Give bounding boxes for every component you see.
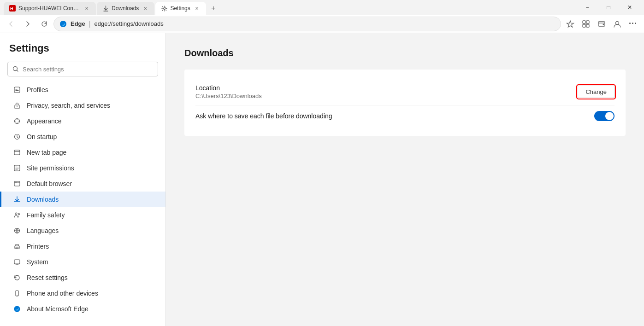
svg-rect-11 <box>14 87 20 93</box>
maximize-button[interactable]: □ <box>598 0 619 15</box>
sidebar-item-about-label: About Microsoft Edge <box>27 305 156 313</box>
tab-settings[interactable]: Settings ✕ <box>155 2 206 15</box>
new-tab-button[interactable]: + <box>207 2 220 15</box>
printers-icon <box>13 242 21 250</box>
main-layout: Settings Profiles Privacy, search, and s… <box>0 33 644 326</box>
appearance-icon <box>13 117 21 125</box>
svg-rect-16 <box>14 150 20 155</box>
toolbar-right: ··· <box>563 17 640 31</box>
sidebar-item-printers[interactable]: Printers <box>0 239 165 254</box>
svg-point-22 <box>18 214 20 215</box>
sidebar-item-phone[interactable]: Phone and other devices <box>0 285 165 301</box>
sidebar-item-profiles-label: Profiles <box>27 86 156 93</box>
tab-settings-title: Settings <box>170 5 190 12</box>
close-button[interactable]: ✕ <box>619 0 640 15</box>
sidebar-item-appearance-label: Appearance <box>27 117 156 125</box>
sidebar-item-system[interactable]: System <box>0 254 165 270</box>
sidebar-item-downloads-label: Downloads <box>27 196 156 203</box>
refresh-button[interactable] <box>37 17 52 31</box>
sidebar-item-phone-label: Phone and other devices <box>27 290 156 297</box>
huawei-tab-icon: H <box>9 5 16 12</box>
newtab-icon <box>13 148 21 157</box>
window-controls: − □ ✕ <box>577 0 640 15</box>
reset-icon <box>13 274 21 282</box>
sidebar-item-startup-label: On startup <box>27 133 156 140</box>
phone-icon <box>13 289 21 297</box>
ask-save-setting-row: Ask where to save each file before downl… <box>195 105 614 127</box>
system-icon <box>13 258 21 266</box>
family-icon <box>13 211 21 219</box>
edge-logo-icon <box>59 20 67 28</box>
svg-point-8 <box>603 23 604 25</box>
search-icon <box>12 66 19 72</box>
sidebar-item-privacy[interactable]: Privacy, search, and services <box>0 98 165 113</box>
sidebar: Settings Profiles Privacy, search, and s… <box>0 33 166 326</box>
menu-button[interactable]: ··· <box>626 17 640 31</box>
minimize-button[interactable]: − <box>577 0 598 15</box>
tab-huawei-title: Support-HUAWEI Consumer Of... <box>18 5 80 12</box>
location-label: Location <box>195 84 262 92</box>
address-bar[interactable]: Edge | edge://settings/downloads <box>53 17 561 31</box>
tab-downloads-title: Downloads <box>112 5 139 12</box>
svg-point-2 <box>163 7 165 9</box>
tab-downloads[interactable]: Downloads ✕ <box>97 2 154 15</box>
languages-icon <box>13 227 21 235</box>
svg-point-19 <box>15 182 16 183</box>
location-setting-left: Location C:\Users\123\Downloads <box>195 84 262 99</box>
search-input[interactable] <box>23 66 153 73</box>
svg-point-21 <box>15 213 17 215</box>
settings-card: Location C:\Users\123\Downloads Change A… <box>184 70 626 136</box>
tab-settings-close[interactable]: ✕ <box>193 5 201 12</box>
svg-rect-5 <box>583 24 585 27</box>
browser-icon <box>13 180 21 188</box>
sidebar-item-printers-label: Printers <box>27 243 156 250</box>
location-setting-row: Location C:\Users\123\Downloads Change <box>195 79 614 105</box>
sidebar-item-default-browser[interactable]: Default browser <box>0 176 165 192</box>
sidebar-item-downloads[interactable]: Downloads <box>0 192 165 207</box>
sidebar-item-reset[interactable]: Reset settings <box>0 270 165 285</box>
sidebar-item-newtab[interactable]: New tab page <box>0 145 165 160</box>
ask-save-label: Ask where to save each file before downl… <box>195 112 332 120</box>
sidebar-item-languages-label: Languages <box>27 227 156 234</box>
ask-save-toggle[interactable] <box>594 111 614 121</box>
svg-text:H: H <box>10 6 13 11</box>
sidebar-item-permissions-label: Site permissions <box>27 164 156 172</box>
profile-button[interactable] <box>610 17 625 31</box>
permissions-icon <box>13 164 21 172</box>
sidebar-item-startup[interactable]: On startup <box>0 129 165 145</box>
sidebar-title: Settings <box>0 42 165 62</box>
tab-huawei[interactable]: H Support-HUAWEI Consumer Of... ✕ <box>4 2 96 15</box>
address-separator: | <box>89 20 91 28</box>
sidebar-item-default-browser-label: Default browser <box>27 180 156 187</box>
forward-button[interactable] <box>20 17 35 31</box>
sidebar-item-reset-label: Reset settings <box>27 274 156 281</box>
back-button[interactable] <box>4 17 18 31</box>
edge-label: Edge <box>71 20 85 27</box>
address-url: edge://settings/downloads <box>94 20 555 27</box>
toolbar: Edge | edge://settings/downloads ··· <box>0 15 644 33</box>
sidebar-item-family-safety-label: Family safety <box>27 211 156 219</box>
sidebar-item-family-safety[interactable]: Family safety <box>0 207 165 223</box>
sidebar-item-appearance[interactable]: Appearance <box>0 113 165 129</box>
search-box[interactable] <box>7 62 158 76</box>
favorites-button[interactable] <box>563 17 578 31</box>
sidebar-item-about[interactable]: About Microsoft Edge <box>0 301 165 317</box>
change-button[interactable]: Change <box>578 86 614 98</box>
download-icon <box>13 195 21 204</box>
tab-huawei-close[interactable]: ✕ <box>83 5 90 12</box>
sidebar-item-permissions[interactable]: Site permissions <box>0 160 165 176</box>
svg-rect-4 <box>586 21 589 23</box>
svg-point-13 <box>17 106 18 107</box>
sidebar-item-languages[interactable]: Languages <box>0 223 165 239</box>
sidebar-item-privacy-label: Privacy, search, and services <box>27 102 156 109</box>
tab-downloads-close[interactable]: ✕ <box>142 5 149 12</box>
sidebar-item-profiles[interactable]: Profiles <box>0 82 165 98</box>
svg-point-27 <box>17 295 18 296</box>
tabs-area: H Support-HUAWEI Consumer Of... ✕ Downlo… <box>4 0 573 15</box>
titlebar: H Support-HUAWEI Consumer Of... ✕ Downlo… <box>0 0 644 15</box>
download-tab-icon <box>102 5 109 12</box>
wallet-button[interactable] <box>594 17 609 31</box>
sidebar-item-system-label: System <box>27 258 156 266</box>
svg-rect-25 <box>14 260 20 264</box>
collections-button[interactable] <box>579 17 593 31</box>
